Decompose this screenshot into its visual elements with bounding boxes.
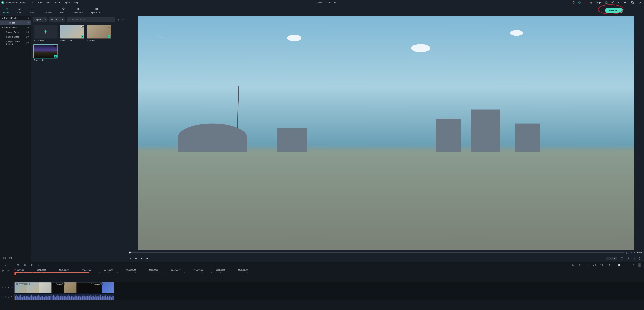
link-icon[interactable] <box>7 270 9 272</box>
menu-file[interactable]: File <box>30 1 36 4</box>
tab-media[interactable]: Media <box>2 8 10 14</box>
eye-icon[interactable] <box>11 286 13 289</box>
idea-icon[interactable] <box>572 1 575 4</box>
search-icon <box>68 18 70 21</box>
tab-split-screen[interactable]: Split Screen <box>90 8 103 14</box>
menu-help[interactable]: Help <box>73 1 80 4</box>
cart-icon[interactable] <box>584 1 587 4</box>
prev-frame-button[interactable] <box>129 257 131 260</box>
timeline-tracks[interactable]: 00:00:00:0000:02:30:0000:05:00:0000:07:3… <box>14 268 644 310</box>
timeline-ruler[interactable]: 00:00:00:0000:02:30:0000:05:00:0000:07:3… <box>14 268 644 273</box>
marker-icon[interactable] <box>579 264 582 266</box>
zoom-fit-icon[interactable] <box>638 264 641 267</box>
audio-track[interactable] <box>14 294 644 300</box>
view-mode-icon[interactable] <box>122 18 124 21</box>
svg-point-44 <box>572 264 574 266</box>
mark-in-icon[interactable]: { <box>626 252 627 254</box>
timeline-clip[interactable]: Rome in 4K <box>89 282 114 293</box>
lock-icon[interactable] <box>8 287 9 288</box>
tab-transitions[interactable]: Transitions <box>41 8 54 14</box>
tab-effects[interactable]: Effects <box>59 8 68 14</box>
fullscreen-icon[interactable] <box>639 257 642 260</box>
timeline-audio-clip[interactable] <box>14 294 52 300</box>
page-selector[interactable]: 1/2 ▾ <box>606 257 617 260</box>
menu-export[interactable]: Export <box>62 1 71 4</box>
timeline-clip[interactable]: London in 4K <box>14 282 52 293</box>
play-button[interactable] <box>140 257 143 260</box>
tab-elements[interactable]: Elements <box>73 8 84 14</box>
adjust-icon[interactable] <box>30 264 33 266</box>
sidebar-item-shared-media[interactable]: ▸ Shared Media 0 <box>0 25 30 30</box>
import-dropdown[interactable]: Import ▾ <box>33 18 48 22</box>
chevron-down-icon: ▾ <box>2 17 4 19</box>
sidebar-item-label: Shared Media <box>4 26 17 29</box>
svg-rect-24 <box>108 26 108 27</box>
sidebar-item-project-media[interactable]: ▾ Project Media 3 <box>0 16 30 20</box>
sidebar-item-sample-color[interactable]: Sample Color 25 <box>0 30 30 34</box>
delete-icon[interactable] <box>17 264 19 266</box>
trash-icon[interactable] <box>590 1 592 4</box>
dropdown-label: Record <box>51 18 58 21</box>
sidebar-item-label: Sample Video <box>6 36 19 38</box>
maximize-button[interactable] <box>630 1 635 4</box>
timeline-clip[interactable]: Paris in 4K <box>52 282 89 293</box>
video-track[interactable]: London in 4K Paris in 4K Rome in 4K <box>14 282 644 294</box>
sidebar-item-folder[interactable]: Folder 3 <box>0 20 30 25</box>
volume-icon[interactable] <box>633 257 636 260</box>
zoom-in-icon[interactable] <box>632 264 634 266</box>
zoom-out-icon[interactable] <box>607 264 610 266</box>
media-item[interactable]: London in 4K <box>60 25 84 42</box>
tab-titles[interactable]: Titles <box>28 8 36 14</box>
folder-icon[interactable] <box>9 256 12 260</box>
search-media[interactable] <box>67 18 115 22</box>
svg-point-1 <box>578 2 580 4</box>
download-icon[interactable] <box>617 1 620 4</box>
sidebar-item-count: 20 <box>26 36 29 38</box>
login-button[interactable]: Login <box>596 1 602 4</box>
save-icon[interactable] <box>605 1 608 4</box>
record-dropdown[interactable]: Record ▾ <box>50 18 65 22</box>
minimize-button[interactable] <box>622 1 627 4</box>
play-pause-button[interactable] <box>134 257 137 260</box>
media-item-import[interactable]: + Import Media <box>34 25 58 42</box>
sidebar-item-sample-video[interactable]: Sample Video 20 <box>0 34 30 39</box>
speaker-icon[interactable] <box>11 296 13 298</box>
zoom-slider[interactable] <box>614 265 627 266</box>
sidebar-item-sample-green-screen[interactable]: Sample Green Screen 10 <box>0 39 30 46</box>
audio-track-number: 1 <box>5 296 6 298</box>
new-folder-icon[interactable] <box>3 256 6 260</box>
audio-levels-icon[interactable] <box>37 264 40 266</box>
render-icon[interactable] <box>572 264 575 266</box>
playhead[interactable] <box>15 268 15 310</box>
support-icon[interactable] <box>578 1 581 4</box>
music-icon[interactable] <box>593 264 596 266</box>
voiceover-icon[interactable] <box>586 264 589 266</box>
mark-out-icon[interactable]: } <box>628 252 629 254</box>
search-input[interactable] <box>72 18 113 21</box>
svg-point-55 <box>12 287 12 288</box>
crop-icon[interactable] <box>600 264 603 266</box>
menu-view[interactable]: View <box>54 1 61 4</box>
media-item[interactable]: Paris in 4K <box>87 25 111 42</box>
tab-label: Elements <box>74 11 83 14</box>
manage-tracks-icon[interactable] <box>2 270 4 272</box>
timeline-audio-clip[interactable] <box>89 294 114 300</box>
split-icon[interactable] <box>24 264 26 266</box>
menu-tools[interactable]: Tools <box>45 1 52 4</box>
redo-icon[interactable] <box>10 264 12 266</box>
display-icon[interactable] <box>620 257 624 260</box>
media-item[interactable]: Rome in 4K <box>34 44 58 61</box>
export-button[interactable]: EXPORT <box>605 8 623 13</box>
snapshot-icon[interactable] <box>626 257 630 260</box>
preview-viewport[interactable]: W O R L D 4K <box>138 16 634 250</box>
filter-icon[interactable] <box>117 18 120 21</box>
stop-button[interactable] <box>146 257 148 260</box>
tab-audio[interactable]: Audio <box>15 8 23 14</box>
preview-scrubber[interactable] <box>129 252 624 253</box>
timeline-audio-clip[interactable] <box>52 294 89 300</box>
menu-edit[interactable]: Edit <box>37 1 43 4</box>
undo-icon[interactable] <box>3 264 6 266</box>
message-icon[interactable] <box>611 1 614 4</box>
lock-icon[interactable] <box>8 296 9 298</box>
close-button[interactable] <box>638 1 643 4</box>
